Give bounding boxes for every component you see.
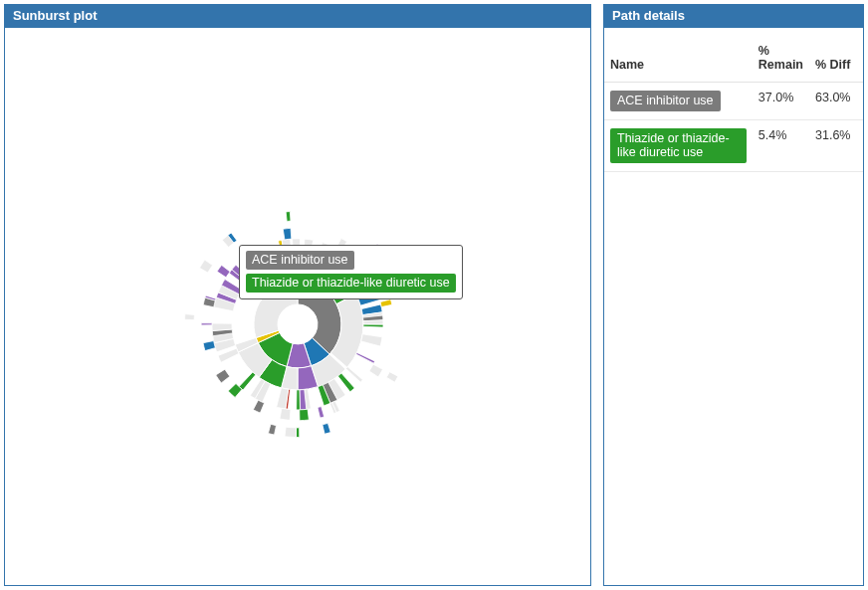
cell-diff: 31.6%	[809, 120, 863, 172]
tooltip-pill-ace: ACE inhibitor use	[246, 251, 354, 270]
cell-diff: 63.0%	[809, 83, 863, 120]
path-details-panel: Path details Name % Remain % Diff ACE in…	[603, 4, 864, 586]
path-details-body: Name % Remain % Diff ACE inhibitor use 3…	[604, 28, 863, 585]
sunburst-panel: Sunburst plot ACE inhibitor use Thiazide…	[4, 4, 591, 586]
path-details-table: Name % Remain % Diff ACE inhibitor use 3…	[604, 28, 863, 172]
name-pill-ace: ACE inhibitor use	[610, 91, 721, 111]
table-row[interactable]: Thiazide or thiazide-like diuretic use 5…	[604, 120, 863, 172]
name-pill-thiazide: Thiazide or thiazide-like diuretic use	[610, 128, 747, 163]
layout: Sunburst plot ACE inhibitor use Thiazide…	[4, 4, 864, 586]
col-remain: % Remain	[753, 28, 809, 83]
table-row[interactable]: ACE inhibitor use 37.0% 63.0%	[604, 83, 863, 120]
sunburst-chart[interactable]	[138, 165, 457, 487]
tooltip-pill-thiazide: Thiazide or thiazide-like diuretic use	[246, 274, 456, 293]
cell-remain: 37.0%	[753, 83, 809, 120]
sunburst-panel-body: ACE inhibitor use Thiazide or thiazide-l…	[5, 28, 590, 585]
cell-name: Thiazide or thiazide-like diuretic use	[604, 120, 753, 172]
col-name: Name	[604, 28, 753, 83]
path-details-title: Path details	[604, 5, 863, 28]
cell-remain: 5.4%	[753, 120, 809, 172]
cell-name: ACE inhibitor use	[604, 83, 753, 120]
sunburst-panel-title: Sunburst plot	[5, 5, 590, 28]
col-diff: % Diff	[809, 28, 863, 83]
sunburst-tooltip: ACE inhibitor use Thiazide or thiazide-l…	[239, 245, 463, 299]
table-header-row: Name % Remain % Diff	[604, 28, 863, 83]
